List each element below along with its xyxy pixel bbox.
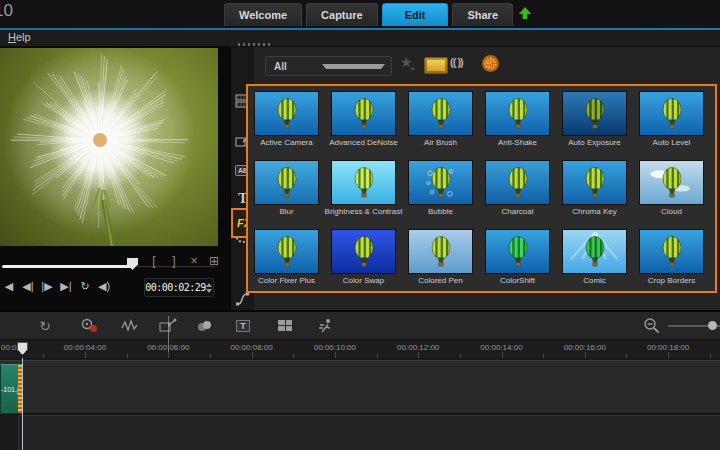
app-window: 10 WelcomeCaptureEditShare Help <box>0 0 720 450</box>
chevron-down-icon <box>322 64 386 69</box>
gallery-filter-value: All <box>266 61 322 72</box>
effect-item[interactable]: Auto Exposure <box>562 91 627 147</box>
video-track[interactable]: -101.jp <box>0 360 720 414</box>
timeline-zoom-handle[interactable] <box>708 321 717 330</box>
effect-label: Cloud <box>661 207 682 216</box>
timeline-ruler[interactable]: 00:02:0 00:00:04:0000:00:06:0000:00:08:0… <box>0 340 720 359</box>
effect-item[interactable]: Color Swap <box>331 229 396 285</box>
effect-label: Charcoal <box>501 207 533 216</box>
split-clip-button[interactable]: × <box>188 253 200 269</box>
timeline-section: ↻ T 00:02:0 <box>0 310 720 450</box>
effects-badge-icon[interactable] <box>482 55 499 72</box>
timecode-spinner[interactable] <box>206 282 212 294</box>
effect-thumbnail <box>408 91 473 136</box>
effect-label: Air Brush <box>424 138 457 147</box>
ruler-label: 00:00:18:00 <box>647 343 689 352</box>
next-frame-button[interactable]: |▶ <box>40 278 54 295</box>
effect-item[interactable]: Anti-Shake <box>485 91 550 147</box>
last-frame-button[interactable]: ▶| <box>59 278 73 295</box>
effect-item[interactable]: Advanced DeNoise <box>331 91 396 147</box>
undo-icon[interactable]: ↻ <box>33 315 57 336</box>
audio-filter-icon[interactable]: (( )) <box>450 56 463 68</box>
scrubber-elapsed <box>2 265 133 268</box>
step-back-button[interactable]: ◀ <box>2 278 16 295</box>
previous-frame-button[interactable]: ◀| <box>21 278 35 295</box>
effect-label: Bubble <box>428 207 453 216</box>
gallery-filter-dropdown[interactable]: All <box>265 56 392 76</box>
panel-drag-handle[interactable] <box>238 43 272 46</box>
effect-thumbnail <box>485 229 550 274</box>
mark-out-button[interactable]: ] <box>168 253 180 269</box>
grid-view-icon[interactable] <box>273 315 297 336</box>
ruler-label: 00:00:08:00 <box>230 343 272 352</box>
scrubber-handle[interactable] <box>127 258 138 270</box>
volume-button[interactable]: ◀) <box>97 278 111 295</box>
upload-arrow-icon[interactable] <box>518 6 532 20</box>
effect-label: Active Camera <box>260 138 312 147</box>
effect-item[interactable]: Colored Pen <box>408 229 473 285</box>
ruler-label: 00:00:16:00 <box>564 343 606 352</box>
ruler-label: 00:00:12:00 <box>397 343 439 352</box>
instant-project-icon[interactable] <box>313 315 337 336</box>
mark-in-button[interactable]: [ <box>148 253 160 269</box>
effect-thumbnail <box>485 91 550 136</box>
effect-item[interactable]: Brightness & Contrast <box>331 160 396 216</box>
effect-item[interactable]: Chroma Key <box>562 160 627 216</box>
effect-item[interactable]: Active Camera <box>254 91 319 147</box>
preview-panel: []×⊞ ◀◀||▶▶|↻◀) 00:00:02:29 <box>0 47 230 310</box>
zoom-out-icon[interactable] <box>640 315 664 336</box>
effect-label: Blur <box>279 207 293 216</box>
timecode-value: 00:00:02:29 <box>145 282 206 293</box>
preview-image <box>0 48 218 246</box>
video-filter-toggle[interactable] <box>424 57 448 74</box>
overlay-track[interactable] <box>0 415 720 450</box>
repeat-button[interactable]: ↻ <box>78 278 92 295</box>
effect-label: Auto Exposure <box>568 138 620 147</box>
tab-share[interactable]: Share <box>452 3 513 26</box>
effect-label: Chroma Key <box>572 207 616 216</box>
effect-item[interactable]: Comic <box>562 229 627 285</box>
effect-thumbnail <box>254 91 319 136</box>
effect-thumbnail <box>639 229 704 274</box>
app-title: 10 <box>0 1 13 21</box>
effect-item[interactable]: Air Brush <box>408 91 473 147</box>
effect-item[interactable]: Cloud <box>639 160 704 216</box>
sound-mixer-icon[interactable] <box>118 315 142 336</box>
effect-item[interactable]: Blur <box>254 160 319 216</box>
main-area: []×⊞ ◀◀||▶▶|↻◀) 00:00:02:29 AB T FX <box>0 47 720 310</box>
effect-label: Crop Borders <box>648 276 696 285</box>
effects-grid: Active CameraAdvanced DeNoiseAir BrushAn… <box>248 86 715 290</box>
effect-item[interactable]: ColorShift <box>485 229 550 285</box>
effect-thumbnail <box>639 160 704 205</box>
timeline-clip[interactable]: -101.jp <box>0 364 23 414</box>
effect-label: Colored Pen <box>418 276 462 285</box>
snapshot-button[interactable]: ⊞ <box>208 253 220 269</box>
effect-thumbnail <box>485 160 550 205</box>
title-bar: 10 WelcomeCaptureEditShare <box>0 0 720 28</box>
cross-fade-icon[interactable] <box>193 315 217 336</box>
effect-item[interactable]: Color Fixer Plus <box>254 229 319 285</box>
menu-help[interactable]: Help <box>8 31 31 43</box>
effect-label: Color Swap <box>343 276 384 285</box>
effect-thumbnail <box>408 229 473 274</box>
effect-item[interactable]: Auto Level <box>639 91 704 147</box>
effect-thumbnail <box>331 91 396 136</box>
effects-gallery: Active CameraAdvanced DeNoiseAir BrushAn… <box>246 84 717 293</box>
dandelion-photo <box>0 48 218 246</box>
tab-edit[interactable]: Edit <box>382 3 449 26</box>
record-options-icon[interactable] <box>78 315 102 336</box>
subtitle-editor-icon[interactable]: T <box>231 315 255 336</box>
effect-thumbnail <box>639 91 704 136</box>
effect-thumbnail <box>562 91 627 136</box>
tab-capture[interactable]: Capture <box>306 3 378 26</box>
effect-item[interactable]: Charcoal <box>485 160 550 216</box>
effect-item[interactable]: Crop Borders <box>639 229 704 285</box>
effects-panel: All ★ (( )) Active CameraAdvanced DeNois… <box>254 47 720 310</box>
effect-item[interactable]: Bubble <box>408 160 473 216</box>
tab-welcome[interactable]: Welcome <box>224 3 302 26</box>
playhead-marker[interactable] <box>17 342 28 355</box>
favorites-star-icon[interactable]: ★ <box>400 54 419 70</box>
trim-tools: []×⊞ <box>148 253 220 269</box>
effect-label: Auto Level <box>653 138 691 147</box>
effect-label: Advanced DeNoise <box>329 138 397 147</box>
